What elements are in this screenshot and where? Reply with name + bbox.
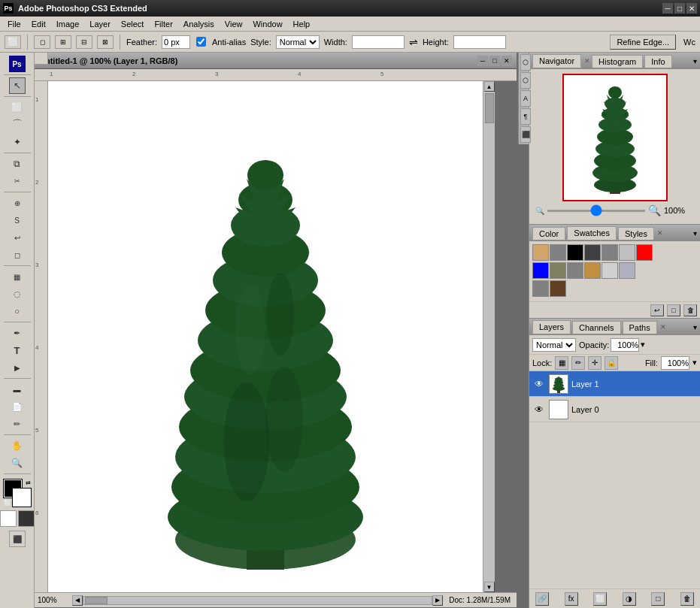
history-brush-tool[interactable]: ↩ — [9, 229, 26, 246]
menu-view[interactable]: View — [220, 18, 247, 30]
hand-tool[interactable]: ✋ — [9, 437, 26, 454]
crop-tool[interactable]: ⧉ — [9, 156, 26, 172]
add-selection-btn[interactable]: ⊞ — [55, 35, 71, 49]
opacity-arrow[interactable]: ▾ — [641, 340, 645, 349]
swatch-black[interactable] — [567, 244, 583, 261]
menu-layer[interactable]: Layer — [85, 18, 115, 30]
navigator-panel-menu[interactable]: ▾ — [693, 57, 697, 65]
marquee-tool[interactable]: ⬜ — [9, 99, 26, 116]
tab-channels[interactable]: Channels — [572, 321, 620, 334]
layer-effects-btn[interactable]: fx — [565, 592, 578, 606]
document-controls[interactable]: ─ □ ✕ — [477, 56, 512, 66]
swap-wh-icon[interactable]: ⇌ — [409, 36, 418, 48]
swatches-create-btn[interactable]: □ — [667, 304, 680, 316]
swatch-midgray[interactable] — [602, 244, 618, 261]
swatch-silver[interactable] — [619, 244, 635, 261]
pen-tool[interactable]: ✒ — [9, 325, 26, 341]
vertical-scrollbar[interactable]: ▲ ▼ — [483, 81, 495, 592]
fill-input[interactable] — [661, 356, 689, 370]
layers-panel-menu[interactable]: ▾ — [693, 323, 697, 331]
slice-tool[interactable]: ✂ — [9, 173, 26, 189]
height-input[interactable] — [453, 35, 506, 49]
feather-input[interactable] — [162, 35, 190, 49]
h-scrollbar[interactable] — [83, 596, 432, 605]
magic-wand-tool[interactable]: ✦ — [9, 134, 26, 150]
maximize-button[interactable]: □ — [674, 3, 685, 14]
delete-layer-btn[interactable]: 🗑 — [680, 592, 694, 606]
doc-close-btn[interactable]: ✕ — [502, 56, 512, 66]
lock-image-btn[interactable]: ✏ — [571, 356, 585, 370]
swatch-olive[interactable] — [550, 262, 566, 279]
scroll-down-btn[interactable]: ▼ — [484, 582, 495, 592]
close-button[interactable]: ✕ — [686, 3, 697, 14]
h-scroll-thumb[interactable] — [85, 597, 108, 604]
background-color[interactable] — [13, 489, 31, 507]
layers-tab-close[interactable]: ✕ — [660, 323, 666, 331]
menu-filter[interactable]: Filter — [150, 18, 177, 30]
blend-mode-select[interactable]: Normal — [532, 338, 576, 352]
marquee-tool-icon[interactable]: ⬜ — [5, 35, 21, 49]
panel-tool-3[interactable]: A — [520, 90, 531, 107]
refine-edge-button[interactable]: Refine Edge... — [610, 35, 676, 50]
blur-tool[interactable]: ◌ — [9, 286, 26, 302]
menu-image[interactable]: Image — [52, 18, 84, 30]
tab-navigator[interactable]: Navigator — [532, 54, 581, 68]
standard-mode-btn[interactable] — [0, 510, 17, 527]
swatch-gray2[interactable] — [567, 262, 583, 279]
panel-tool-1[interactable]: ⬡ — [520, 54, 531, 71]
eyedropper-tool[interactable]: ✏ — [9, 416, 26, 432]
subtract-selection-btn[interactable]: ⊟ — [76, 35, 92, 49]
swatches-delete-btn[interactable]: 🗑 — [683, 304, 697, 316]
nav-zoom-slider[interactable] — [547, 210, 645, 212]
menu-select[interactable]: Select — [117, 18, 149, 30]
screen-mode-btn[interactable]: ⬛ — [9, 531, 26, 547]
notes-tool[interactable]: 📄 — [9, 398, 26, 415]
intersect-selection-btn[interactable]: ⊠ — [97, 35, 114, 49]
reset-colors-icon[interactable]: ⬜ — [4, 500, 11, 507]
tab-swatches[interactable]: Swatches — [567, 226, 617, 240]
scroll-up-btn[interactable]: ▲ — [484, 81, 495, 92]
swatches-tab-close[interactable]: ✕ — [657, 229, 663, 237]
tab-layers[interactable]: Layers — [532, 320, 571, 334]
zoom-tool[interactable]: 🔍 — [9, 455, 26, 471]
window-controls[interactable]: ─ □ ✕ — [662, 3, 697, 14]
tab-info[interactable]: Info — [644, 55, 671, 68]
h-scroll-left[interactable]: ◀ — [72, 595, 83, 606]
h-scroll-right[interactable]: ▶ — [432, 595, 443, 606]
lasso-tool[interactable]: ⌒ — [9, 116, 26, 133]
swap-colors-icon[interactable]: ⇄ — [26, 479, 31, 486]
shape-tool[interactable]: ▬ — [9, 381, 26, 398]
lock-position-btn[interactable]: ✛ — [588, 356, 602, 370]
swatch-darktan[interactable] — [532, 280, 549, 297]
menu-window[interactable]: Window — [248, 18, 286, 30]
tab-paths[interactable]: Paths — [623, 321, 657, 334]
style-select[interactable]: Normal — [276, 35, 320, 49]
doc-minimize-btn[interactable]: ─ — [477, 56, 488, 66]
panel-tool-5[interactable]: ⬛ — [520, 126, 531, 143]
minimize-button[interactable]: ─ — [662, 3, 673, 14]
doc-maximize-btn[interactable]: □ — [489, 56, 500, 66]
nav-zoom-in-icon[interactable]: 🔍 — [648, 204, 661, 216]
layer-1-visibility[interactable]: 👁 — [532, 377, 546, 391]
navigator-preview[interactable] — [562, 74, 668, 201]
fill-arrow[interactable]: ▾ — [692, 358, 697, 368]
tab-color[interactable]: Color — [532, 227, 565, 240]
new-layer-btn[interactable]: □ — [651, 592, 665, 606]
clone-stamp-tool[interactable]: S — [9, 212, 26, 228]
dodge-tool[interactable]: ○ — [9, 303, 26, 319]
opacity-input[interactable] — [611, 338, 639, 352]
scroll-thumb[interactable] — [485, 93, 494, 123]
eraser-tool[interactable]: ◻ — [9, 247, 26, 263]
swatch-brown[interactable] — [550, 280, 566, 297]
menu-help[interactable]: Help — [289, 18, 315, 30]
layer-item-0[interactable]: 👁 Layer 0 — [529, 397, 700, 422]
quickmask-mode-btn[interactable] — [18, 510, 35, 527]
canvas[interactable] — [48, 81, 483, 592]
add-mask-btn[interactable]: ⬜ — [593, 592, 607, 606]
menu-edit[interactable]: Edit — [27, 18, 50, 30]
lock-all-btn[interactable]: 🔒 — [605, 356, 618, 370]
layer-item-1[interactable]: 👁 Layer 1 — [529, 371, 700, 397]
healing-brush-tool[interactable]: ⊕ — [9, 195, 26, 211]
swatch-red[interactable] — [636, 244, 653, 261]
link-layers-btn[interactable]: 🔗 — [535, 592, 549, 606]
